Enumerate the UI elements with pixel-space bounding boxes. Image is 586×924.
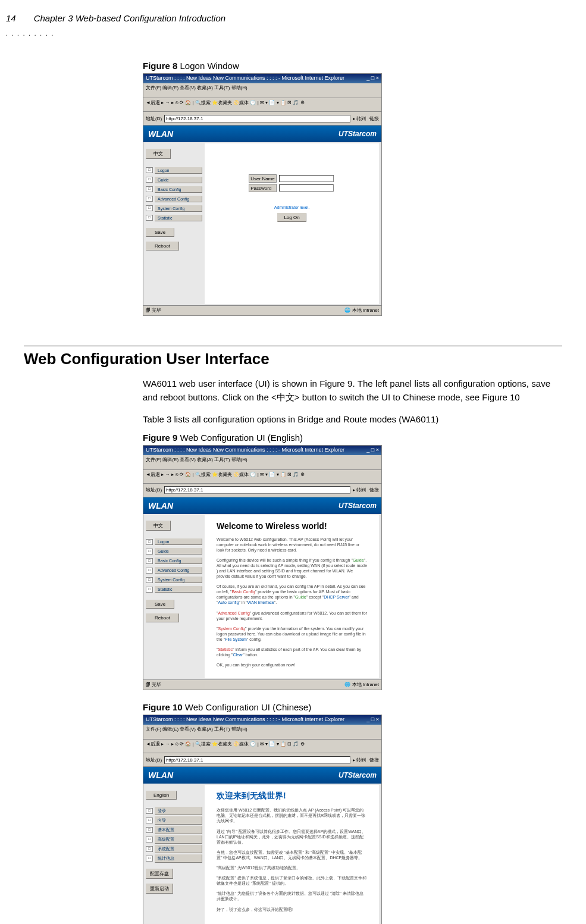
figure9-caption: Figure 9 Web Configuration UI (English) [143, 433, 550, 443]
welcome-cn-p5: "系统配置" 提供了系统信息，提供了登录口令的修改。此外上载、下载配置文件和镜像… [217, 875, 367, 886]
expand-icon[interactable]: □ [146, 846, 153, 852]
expand-icon[interactable]: □ [146, 568, 153, 574]
nav-statistic-cn[interactable]: 统计信息 [155, 854, 202, 863]
wlan-header: WLAN UTStarcom [143, 767, 381, 784]
nav-basic[interactable]: Basic Config [155, 557, 202, 564]
nav-advanced[interactable]: Advanced Config [155, 567, 202, 574]
save-button[interactable]: Save [146, 600, 174, 609]
ie-menubar: 文件(F) 编辑(E) 查看(V) 收藏(A) 工具(T) 帮助(H) [143, 83, 381, 98]
section-heading: Web Configuration User Interface [24, 350, 586, 368]
figure10-label: Figure 10 [143, 702, 183, 712]
status-right: 🌐 本地 Intranet [344, 681, 379, 688]
expand-icon[interactable]: □ [146, 167, 153, 173]
admin-level-text: Administrator level. [274, 205, 310, 209]
nav-guide[interactable]: Guide [155, 548, 202, 555]
reboot-button[interactable]: Reboot [146, 613, 179, 622]
nav-logon[interactable]: Logon [155, 167, 202, 174]
lang-button[interactable]: 中文 [146, 521, 171, 531]
username-label: User Name [249, 174, 276, 183]
brand-logo: UTStarcom [339, 502, 377, 510]
expand-icon[interactable]: □ [146, 827, 153, 833]
reboot-button[interactable]: Reboot [146, 242, 179, 250]
nav-guide-cn[interactable]: 向导 [155, 816, 202, 825]
expand-icon[interactable]: □ [146, 577, 153, 583]
links-btn[interactable]: 链接 [369, 487, 379, 493]
go-btn[interactable]: ▸ 转到 [353, 115, 366, 122]
wlan-logo: WLAN [148, 501, 173, 510]
reboot-button-cn[interactable]: 重新启动 [146, 884, 173, 894]
go-btn[interactable]: ▸ 转到 [353, 757, 366, 763]
brand-logo: UTStarcom [339, 771, 377, 779]
nav-logon-cn[interactable]: 登录 [155, 807, 202, 815]
welcome-p6: "Statistic" inform you all statistics of… [217, 647, 367, 657]
expand-icon[interactable]: □ [146, 196, 153, 202]
ie-title: UTStarcom : : : : New Ideas New Communic… [146, 75, 344, 82]
expand-icon[interactable]: □ [146, 808, 153, 814]
addr-label: 地址(D) [146, 487, 162, 493]
figure10-screenshot: UTStarcom : : : : New Ideas New Communic… [143, 715, 382, 924]
links-btn[interactable]: 链接 [369, 757, 379, 763]
ie-addressbar: 地址(D) http://172.18.37.1 ▸ 转到 链接 [143, 484, 381, 497]
status-left: 🗐 完毕 [146, 307, 161, 314]
nav-statistic[interactable]: Statistic [155, 586, 202, 593]
welcome-p2: Configuring this device will be such a s… [217, 557, 367, 579]
welcome-p7: OK, you can begin your configuration now… [217, 662, 367, 668]
ie-titlebar: UTStarcom : : : : New Ideas New Communic… [143, 715, 381, 725]
status-right: 🌐 本地 Intranet [344, 307, 379, 314]
ie-menubar: 文件(F) 编辑(E) 查看(V) 收藏(A) 工具(T) 帮助(H) [143, 455, 381, 470]
expand-icon[interactable]: □ [146, 837, 153, 842]
expand-icon[interactable]: □ [146, 817, 153, 823]
addr-field[interactable]: http://172.18.37.1 [164, 486, 350, 494]
welcome-p1: Welcome to W6012 web configuration. This… [217, 537, 367, 553]
save-button[interactable]: Save [146, 228, 174, 237]
wlan-logo: WLAN [148, 129, 173, 139]
expand-icon[interactable]: □ [146, 177, 153, 183]
save-button-cn[interactable]: 配置存盘 [146, 869, 173, 879]
expand-icon[interactable]: □ [146, 186, 153, 192]
go-btn[interactable]: ▸ 转到 [353, 487, 366, 493]
links-btn[interactable]: 链接 [369, 115, 379, 122]
welcome-cn-p6: "统计信息" 为您提供了设备各个方面的统计数据。您可以通过 "清除" 来清除信息… [217, 891, 367, 901]
figure9-label: Figure 9 [143, 433, 177, 443]
body-para1: WA6011 web user interface (UI) is shown … [143, 377, 550, 404]
window-controls: _ □ × [366, 447, 379, 454]
nav-logon[interactable]: Logon [155, 538, 202, 545]
welcome-cn-p3: 当然，您也可以直接配置。如需更改 "基本配置" 和 "高级配置" 中实现。"基本… [217, 850, 367, 860]
ie-addressbar: 地址(D) http://172.18.37.1 ▸ 转到 链接 [143, 753, 381, 767]
figure9-text: Web Configuration UI (English) [177, 433, 303, 443]
nav-advanced-cn[interactable]: 高级配置 [155, 835, 202, 844]
main-content: 中文 □Logon □Guide □Basic Config □Advanced… [143, 142, 381, 305]
nav-system-cn[interactable]: 系统配置 [155, 845, 202, 853]
welcome-cn-p1: 欢迎您使用 W6012 页面配置。我们的无线接入点 AP (Access Poi… [217, 807, 367, 823]
username-input[interactable] [279, 175, 334, 182]
expand-icon[interactable]: □ [146, 558, 153, 564]
nav-basic-cn[interactable]: 基本配置 [155, 826, 202, 834]
nav-system[interactable]: System Config [155, 577, 202, 583]
sidebar: 中文 □Logon □Guide □Basic Config □Advanced… [143, 514, 205, 680]
addr-field[interactable]: http://172.18.37.1 [164, 115, 350, 123]
expand-icon[interactable]: □ [146, 539, 153, 545]
lang-button[interactable]: 中文 [146, 149, 171, 159]
expand-icon[interactable]: □ [146, 549, 153, 555]
welcome-p5: "System Config" provide you the informat… [217, 626, 367, 642]
welcome-cn-p4: "高级配置" 为W6012提供了高级功能的配置。 [217, 865, 367, 870]
logon-button[interactable]: Log On [277, 213, 306, 222]
expand-icon[interactable]: □ [146, 205, 153, 211]
welcome-title: Welcome to Wireless world! [217, 521, 367, 531]
expand-icon[interactable]: □ [146, 587, 153, 593]
ie-toolbar: ◄后退 ▸ → ▸ ⊙ ⟳ 🏠 | 🔍搜索 ⭐收藏夹 📀媒体 🕐 | ✉ ▾ 📄… [143, 98, 381, 112]
password-input[interactable] [279, 184, 334, 192]
nav-basic[interactable]: Basic Config [155, 186, 202, 193]
section-divider [24, 346, 562, 346]
lang-button[interactable]: English [146, 791, 177, 800]
figure8-text: Logon Window [177, 61, 239, 71]
expand-icon[interactable]: □ [146, 215, 153, 221]
nav-advanced[interactable]: Advanced Config [155, 196, 202, 202]
nav-statistic[interactable]: Statistic [155, 215, 202, 221]
addr-field[interactable]: http://172.18.37.1 [164, 756, 350, 764]
ie-title: UTStarcom : : : : New Ideas New Communic… [146, 716, 344, 723]
nav-system[interactable]: System Config [155, 205, 202, 212]
figure8-label: Figure 8 [143, 61, 177, 71]
nav-guide[interactable]: Guide [155, 177, 202, 183]
expand-icon[interactable]: □ [146, 856, 153, 862]
